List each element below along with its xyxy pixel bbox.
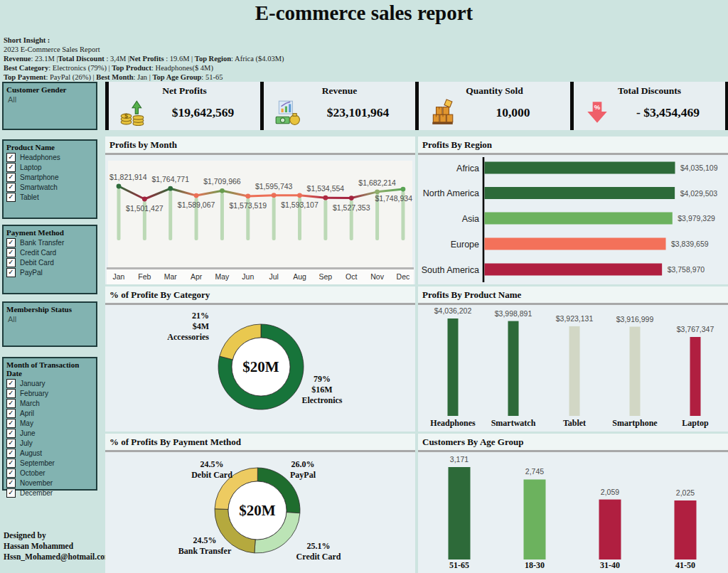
filter-item-april[interactable]: ✓April: [6, 409, 93, 418]
filter-item-august[interactable]: ✓August: [6, 449, 93, 458]
data-point-oct[interactable]: [349, 196, 354, 200]
data-point-feb[interactable]: [142, 197, 147, 202]
filter-item-march[interactable]: ✓March: [6, 399, 93, 408]
checkbox-label: Credit Card: [20, 249, 56, 257]
bar-18-30[interactable]: [524, 479, 546, 559]
value-label: $1,595,743: [255, 182, 293, 191]
data-point-may[interactable]: [220, 188, 225, 193]
data-point-dec[interactable]: [401, 187, 406, 192]
x-tick-dec: Dec: [397, 272, 410, 281]
chart-profit-by-category: $20M79%$16MElectronics21%$4MAccessories: [105, 305, 415, 432]
filter-item-paypal[interactable]: ✓PayPal: [6, 268, 93, 277]
checkbox-september[interactable]: ✓: [6, 459, 16, 468]
panel-profits-by-month: Profits by Month$1,821,914$1,501,427$1,7…: [105, 136, 415, 284]
checkbox-laptop[interactable]: ✓: [6, 163, 16, 172]
checkbox-label: Smartphone: [20, 173, 58, 181]
filter-item-debit-card[interactable]: ✓Debit Card: [6, 258, 93, 267]
filter-customer-gender[interactable]: Customer GenderAll: [2, 82, 97, 130]
filter-item-smartwatch[interactable]: ✓Smartwatch: [6, 183, 93, 192]
bar-tablet[interactable]: [569, 326, 580, 416]
checkbox-january[interactable]: ✓: [6, 379, 16, 388]
checkbox-march[interactable]: ✓: [6, 399, 16, 408]
category-label: Europe: [451, 240, 479, 250]
filter-month-of-transaction-date[interactable]: Month of Transaction Date✓January✓Februa…: [2, 357, 97, 491]
kpi-title: Total Discounts: [574, 85, 725, 97]
bar-asia[interactable]: [485, 213, 673, 225]
value-label: 2,025: [676, 488, 695, 497]
insight-lines: 2023 E-Commerce Sales ReportRevenue: 23.…: [4, 45, 402, 82]
checkbox-april[interactable]: ✓: [6, 409, 16, 418]
checkbox-smartphone[interactable]: ✓: [6, 173, 16, 182]
checkbox-february[interactable]: ✓: [6, 389, 16, 398]
checkbox-paypal[interactable]: ✓: [6, 268, 16, 277]
checkbox-bank-transfer[interactable]: ✓: [6, 238, 16, 247]
bar-31-40[interactable]: [599, 500, 621, 559]
filter-item-tablet[interactable]: ✓Tablet: [6, 193, 93, 202]
kpi-value: 10,000: [456, 105, 570, 120]
kpi-value: $19,642,569: [146, 105, 260, 120]
filter-item-october[interactable]: ✓October: [6, 468, 93, 478]
checkbox-may[interactable]: ✓: [6, 419, 16, 428]
checkbox-december[interactable]: ✓: [6, 488, 16, 498]
filter-item-smartphone[interactable]: ✓Smartphone: [6, 173, 93, 182]
checkbox-june[interactable]: ✓: [6, 429, 16, 438]
bar-africa[interactable]: [485, 162, 675, 174]
bar-41-50[interactable]: [675, 500, 697, 559]
bar-smartwatch[interactable]: [508, 321, 519, 416]
checkbox-october[interactable]: ✓: [6, 468, 16, 478]
data-point-mar[interactable]: [168, 186, 173, 191]
value-label: 3,171: [450, 455, 469, 464]
filter-product-name[interactable]: Product Name✓Headphones✓Laptop✓Smartphon…: [2, 139, 97, 219]
kpi-value: $23,101,964: [301, 105, 415, 120]
chart-title: % of Profits By Payment Method: [109, 437, 241, 448]
bar-south-america[interactable]: [485, 264, 663, 276]
filter-value-membership-status[interactable]: All: [6, 315, 93, 323]
filter-item-july[interactable]: ✓July: [6, 439, 93, 448]
data-point-jul[interactable]: [272, 193, 277, 198]
bar-smartphone[interactable]: [630, 327, 641, 416]
x-tick-jan: Jan: [113, 272, 125, 281]
filter-item-may[interactable]: ✓May: [6, 419, 93, 428]
bar-north-america[interactable]: [485, 187, 675, 199]
bar-europe[interactable]: [485, 238, 666, 250]
bar-headphones[interactable]: [448, 318, 459, 416]
filter-item-november[interactable]: ✓November: [6, 478, 93, 488]
filter-item-laptop[interactable]: ✓Laptop: [6, 163, 93, 172]
filter-item-june[interactable]: ✓June: [6, 429, 93, 438]
data-point-sep[interactable]: [323, 196, 328, 200]
checkbox-label: August: [20, 449, 42, 457]
value-label: $3,839,659: [671, 240, 709, 248]
bar-laptop[interactable]: [690, 337, 701, 416]
checkbox-debit-card[interactable]: ✓: [6, 258, 16, 267]
value-label: $3,767,347: [677, 325, 714, 333]
filter-value-customer-gender[interactable]: All: [6, 95, 93, 104]
checkbox-smartwatch[interactable]: ✓: [6, 183, 16, 192]
filter-item-december[interactable]: ✓December: [6, 488, 93, 498]
filter-item-credit-card[interactable]: ✓Credit Card: [6, 248, 93, 257]
data-point-apr[interactable]: [194, 193, 199, 198]
data-point-jun[interactable]: [245, 194, 250, 199]
checkbox-headphones[interactable]: ✓: [6, 153, 16, 162]
checkbox-credit-card[interactable]: ✓: [6, 248, 16, 257]
data-point-aug[interactable]: [297, 193, 302, 198]
checkbox-november[interactable]: ✓: [6, 478, 16, 488]
bar-51-65[interactable]: [449, 467, 471, 559]
checkbox-august[interactable]: ✓: [6, 449, 16, 458]
data-point-jan[interactable]: [117, 184, 122, 189]
filter-membership-status[interactable]: Membership StatusAll: [2, 301, 97, 347]
value-label: $3,979,329: [678, 214, 715, 223]
filter-item-september[interactable]: ✓September: [6, 459, 93, 468]
filter-item-january[interactable]: ✓January: [6, 379, 93, 388]
filter-item-february[interactable]: ✓February: [6, 389, 93, 398]
filter-item-bank-transfer[interactable]: ✓Bank Transfer: [6, 238, 93, 247]
filter-payment-method[interactable]: Payment Method✓Bank Transfer✓Credit Card…: [2, 225, 97, 294]
slice-label: 25.1%: [307, 541, 331, 551]
checkbox-tablet[interactable]: ✓: [6, 193, 16, 202]
filter-item-headphones[interactable]: ✓Headphones: [6, 153, 93, 162]
checkbox-label: July: [20, 439, 33, 447]
checkbox-july[interactable]: ✓: [6, 439, 16, 448]
value-label: $1,589,067: [178, 200, 215, 209]
value-label: $1,527,353: [333, 203, 370, 212]
category-label: Headphones: [430, 418, 476, 428]
x-tick-apr: Apr: [191, 272, 203, 281]
